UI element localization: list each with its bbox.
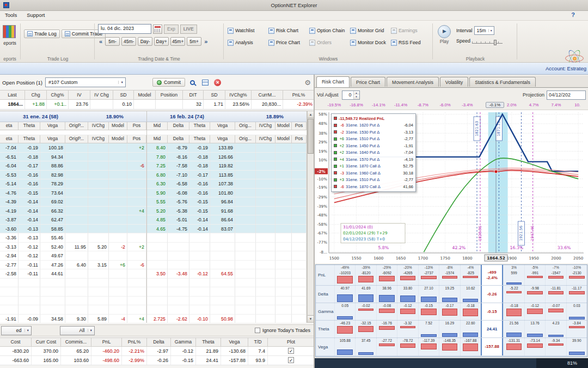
trades-col-header[interactable]: Plot (268, 337, 315, 347)
chain-row[interactable]: 7.25-7.58-0.18119.82 (147, 161, 307, 171)
chain-col-header[interactable]: Vega (210, 122, 235, 130)
chain-row[interactable]: 3.50-3.48-0.1264.55 (147, 269, 307, 279)
trading-date-input[interactable]: lu. 04 dic. 2023 (98, 24, 151, 34)
trades-col-header[interactable]: PnL% (122, 337, 147, 347)
chain-row[interactable] (0, 279, 146, 288)
next-fast-icon[interactable]: » (203, 38, 209, 45)
chain-row[interactable]: 4.65-4.75-0.1483.07 (147, 225, 307, 234)
speed-slider-thumb[interactable] (494, 40, 497, 45)
trades-col-header[interactable]: Theta (196, 337, 221, 347)
interval-select[interactable]: 15m (474, 26, 494, 35)
chain-col-header[interactable]: Model (275, 135, 292, 143)
risk-chart[interactable]: 58%48%38%29%19%10%-10%-19%-29%-39%-48%-5… (315, 110, 588, 263)
chain-row[interactable]: 2.725-2.62-0.1050.98 (147, 315, 307, 323)
plot-checkbox[interactable]: ✓ (288, 348, 294, 354)
menu-item-support[interactable]: Support (22, 11, 50, 19)
chart-legend[interactable]: -11,549.72 Realized PnL-631ene. 1620 Put… (331, 113, 416, 192)
chain-col-header[interactable]: Orig... (235, 122, 256, 130)
window-toggle-rss-feed[interactable]: RSS Feed (391, 38, 430, 47)
trades-col-header[interactable]: Commis... (61, 337, 91, 347)
chain-col-header[interactable]: eta (0, 135, 19, 143)
ignore-trades-toggle[interactable]: Ignore Today's Trades (255, 328, 310, 333)
trades-col-header[interactable]: Gamma (171, 337, 196, 347)
prev-fast-icon[interactable]: « (98, 38, 103, 45)
calendar-icon[interactable] (153, 25, 162, 34)
chain-col-header[interactable]: Model (109, 135, 127, 143)
chain-col-header[interactable]: Pos (292, 135, 307, 143)
expiration-header[interactable]: 16 feb. 24 (74)18.89% (147, 111, 307, 122)
chain-row[interactable] (147, 287, 307, 297)
chain-row[interactable]: -2.58-0.1144.61 (0, 269, 146, 279)
window-toggle-price-chart[interactable]: Price Chart (268, 38, 308, 47)
trade-row[interactable]: -830.20370.0065.20-460.20-2.21%-2.97-0.1… (0, 347, 315, 356)
tab-price-chart[interactable]: Price Chart (351, 77, 385, 87)
position-selector[interactable]: #107 Custom (45, 77, 126, 87)
chain-col-header[interactable]: OrigP... (65, 122, 88, 130)
chain-col-header[interactable]: OrigP... (65, 135, 88, 143)
chain-col-header[interactable]: Theta (189, 135, 210, 143)
chain-col-header[interactable]: Vega (40, 122, 65, 130)
chain-row[interactable]: 5.90-6.08-0.16101.80 (147, 189, 307, 198)
tab-movement-analysis[interactable]: Movement Analysis (387, 77, 439, 87)
ignore-trades-checkbox[interactable] (255, 328, 260, 333)
window-toggle-analysis[interactable]: Analysis (228, 38, 267, 47)
vol-adjust-stepper[interactable]: 0 (342, 91, 360, 100)
window-toggle-watchlist[interactable]: Watchlist (228, 26, 267, 35)
window-toggle-monitor-dock[interactable]: Monitor Dock (350, 38, 389, 47)
commit-button[interactable]: Commit (152, 78, 185, 87)
chain-row[interactable]: -3.13-0.1252.4011.955.20-2+2 (0, 243, 146, 252)
help-icon[interactable]: ? (571, 11, 575, 18)
trades-col-header[interactable]: Cost (0, 337, 32, 347)
chain-row[interactable]: 7.80-8.16-0.18126.66 (147, 153, 307, 162)
chain-col-header[interactable]: Delta (168, 135, 189, 143)
window-toggle-orders[interactable]: Orders (309, 38, 348, 47)
trades-col-header[interactable]: T/D (248, 337, 268, 347)
chain-col-header[interactable]: Pos (127, 135, 146, 143)
chain-col-header[interactable]: Orig... (235, 135, 256, 143)
play-button[interactable] (438, 25, 451, 38)
window-toggle-risk-chart[interactable]: Risk Chart (268, 26, 308, 35)
chain-row[interactable] (147, 251, 307, 261)
chain-row[interactable]: -5.14-0.1678.29 (0, 179, 146, 189)
chain-row[interactable]: -3.36-0.1355.46 (0, 233, 146, 243)
chain-row[interactable] (147, 261, 307, 270)
projection-date-input[interactable]: 04/12/202 (547, 91, 586, 100)
chain-col-header[interactable]: Mid (147, 135, 168, 143)
search-button[interactable] (188, 77, 198, 87)
chain-row[interactable] (0, 305, 146, 315)
scroll-up-icon[interactable]: ▲ (308, 111, 314, 118)
window-toggle-option-chain[interactable]: Option Chain (309, 26, 348, 35)
chain-col-header[interactable]: Vega (40, 135, 65, 143)
speed-slider[interactable] (472, 41, 503, 44)
chain-row[interactable] (147, 243, 307, 252)
chain-row[interactable] (0, 297, 146, 306)
nav-day-button[interactable]: Day- (138, 37, 152, 46)
tab-volatility[interactable]: Volatility (440, 77, 468, 87)
chain-col-header[interactable]: Model (275, 122, 292, 130)
nav-5m-button[interactable]: 5m- (105, 37, 120, 46)
nav-45m-button[interactable]: 45m- (121, 37, 136, 46)
chain-row[interactable]: -4.19-0.1466.32+4 (0, 207, 146, 216)
chain-col-header[interactable]: Pos (292, 122, 307, 130)
chain-row[interactable]: 6.30-6.58-0.16107.38 (147, 179, 307, 189)
chain-col-header[interactable]: Theta (189, 122, 210, 130)
expiration-header[interactable]: 31 ene. 24 (58)18.90% (0, 111, 146, 122)
chain-row[interactable] (147, 279, 307, 288)
chain-row[interactable]: -1.91-0.0934.589.305.89-4+4 (0, 315, 146, 323)
grid-button[interactable] (200, 77, 210, 87)
trades-col-header[interactable]: Delta (147, 337, 171, 347)
scrollbar-thumb[interactable] (308, 119, 314, 154)
chain-row[interactable]: 6.80-7.10-0.17113.85 (147, 171, 307, 180)
chain-row[interactable]: -7.04-0.19100.18+2 (0, 143, 146, 153)
trades-col-header[interactable]: Curr Cost (32, 337, 61, 347)
nav-45m-button[interactable]: 45m+ (170, 37, 185, 46)
settings-button[interactable] (303, 77, 313, 87)
chain-col-header[interactable]: IVChg (88, 135, 109, 143)
chain-col-header[interactable]: Mid (147, 122, 168, 130)
chain-col-header[interactable]: eta (0, 122, 19, 130)
chain-row[interactable]: -6.51-0.1894.34 (0, 153, 146, 162)
tab-statistics-fundamentals[interactable]: Statistics & Fundamentals (469, 77, 536, 87)
menu-item-tools[interactable]: Tools (0, 11, 22, 19)
trades-col-header[interactable]: Vega (221, 337, 248, 347)
stepper-arrows-icon[interactable] (353, 91, 359, 99)
